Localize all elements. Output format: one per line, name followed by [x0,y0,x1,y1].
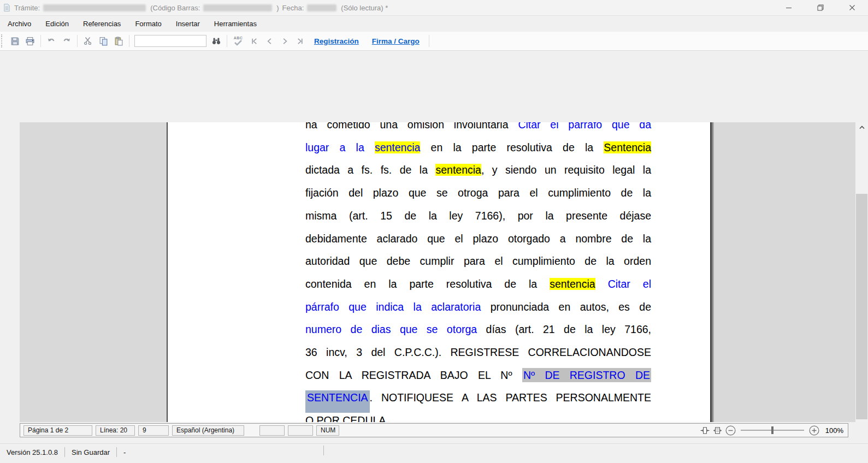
codigo-barras-label: (Código Barras: [150,4,200,12]
document-line: ha cometido una omisión involuntaria Cit… [305,122,651,136]
title-bar: Trámite: (Código Barras: ) Fecha: (Sólo … [0,0,868,16]
chevron-left-icon [265,37,274,45]
document-field-segment[interactable]: Citar el párrafo que da [518,122,651,130]
close-button[interactable] [836,0,868,15]
fit-page-button[interactable] [700,426,710,435]
menu-herramientas[interactable]: Herramientas [207,17,264,31]
window-controls [773,0,868,15]
zoom-slider[interactable] [741,426,804,434]
print-button[interactable] [22,33,38,49]
zoom-out-button[interactable] [725,425,736,436]
document-icon [3,3,11,12]
document-text-segment: ha cometido una omisión involuntaria [305,122,518,130]
find-input[interactable] [134,35,206,47]
menu-insertar[interactable]: Insertar [169,17,207,31]
document-line: O POR CEDULA [305,409,651,422]
document-line: 36 incv, 3 del C.P.C.C.). REGISTRESE COR… [305,341,651,364]
footer-separator [323,446,324,455]
toolbar-separator [40,35,41,47]
document-field-segment[interactable]: Citar el [608,278,651,290]
first-record-button[interactable] [246,33,262,49]
previous-record-button[interactable] [262,33,277,49]
readonly-label: (Sólo lectura) * [341,4,388,12]
document-field-segment[interactable]: Nº DE REGISTRO DE [522,368,651,382]
save-button[interactable] [7,33,22,49]
toolbar-separator [129,35,129,47]
document-line: párrafo que indica la aclaratoria pronun… [305,296,651,319]
document-text-segment: autoridad que debe cumplir para el cumpl… [305,255,651,267]
minimize-button[interactable] [773,0,805,15]
document-field-segment[interactable]: numero de dias que se otorga [305,323,477,335]
fit-page-icon [700,426,710,435]
document-field-segment[interactable]: párrafo que indica la aclaratoria [305,301,491,313]
find-button[interactable] [209,33,224,49]
status-language-label: Español (Argentina) [176,426,234,434]
document-field-segment[interactable]: lugar a la [305,141,375,153]
spellcheck-button[interactable]: ABC [230,33,246,49]
spellcheck-label: ABC [234,36,243,40]
menu-bar: Archivo Edición Referencias Formato Inse… [0,16,868,32]
document-text-segment: sentencia [435,164,481,176]
document-text-segment: . NOTIFIQUESE A LAS PARTES PERSONALMENTE [370,391,651,403]
toolbar-separator [227,35,227,47]
last-record-button[interactable] [292,33,308,49]
cut-button[interactable] [80,33,96,49]
scrollbar-up-arrow[interactable] [855,122,868,132]
menu-edicion[interactable]: Edición [38,17,76,31]
toolbar-separator [77,35,78,47]
document-text-segment: CON LA REGISTRADA BAJO EL Nº [305,369,522,381]
fit-width-button[interactable] [713,426,722,435]
menu-formato[interactable]: Formato [128,17,168,31]
document-field-segment[interactable]: sentencia [375,141,420,153]
codigo-barras-close: ) [276,4,279,12]
document-text-segment: , y siendo un requisito legal la [481,164,651,176]
copy-button[interactable] [96,33,111,49]
registracion-link[interactable]: Registración [314,37,359,45]
firma-cargo-link[interactable]: Firma / Cargo [372,37,420,45]
save-icon [10,37,20,46]
document-text-segment [595,278,608,290]
vertical-scrollbar[interactable] [855,122,868,422]
chevron-up-icon [859,126,865,129]
zoom-slider-handle[interactable] [771,426,773,434]
fit-width-icon [713,426,722,435]
document-line: numero de dias que se otorga días (art. … [305,318,651,341]
paste-button[interactable] [111,33,126,49]
document-line: autoridad que debe cumplir para el cumpl… [305,250,651,273]
status-column: 9 [138,425,169,436]
document-text-segment: pronunciada en autos, es de [491,301,651,313]
version-label: Versión 25.1.0.8 [0,448,64,456]
document-text-segment: misma (art. 15 de la ley 7166), por la p… [305,210,651,222]
toolbar-grip[interactable] [1,34,5,48]
next-record-button[interactable] [277,33,292,49]
undo-button[interactable] [44,33,59,49]
zoom-in-button[interactable] [809,425,819,436]
document-page[interactable]: ha cometido una omisión involuntaria Cit… [167,122,710,422]
document-line: lugar a la sentencia en la parte resolut… [305,136,651,159]
document-line: SENTENCIA. NOTIFIQUESE A LAS PARTES PERS… [305,387,651,409]
paste-icon [114,37,123,46]
fecha-value-redacted [307,4,336,11]
status-empty-box [259,425,285,436]
document-text-segment: en la parte resolutiva de la [420,141,604,153]
chevron-right-icon [281,37,289,45]
status-line: Línea: 20 [96,425,135,436]
binoculars-icon [211,37,221,45]
toolbar-separator [429,35,429,47]
menu-referencias[interactable]: Referencias [76,17,128,31]
status-line-label: Línea: 20 [100,426,127,434]
document-line: fijación del plazo que se otroga para el… [305,182,651,205]
restore-button[interactable] [805,0,836,15]
application-window: Trámite: (Código Barras: ) Fecha: (Sólo … [0,0,868,463]
document-text-segment: Sentencia [604,141,651,153]
redo-button[interactable] [59,33,74,49]
document-line: contenida en la parte resolutiva de la s… [305,273,651,296]
status-bar: Página 1 de 2 Línea: 20 9 Español (Argen… [20,423,848,437]
last-icon [296,37,304,45]
menu-archivo[interactable]: Archivo [1,17,38,31]
status-page-label: Página 1 de 2 [28,426,68,434]
toolbar: ABC Registración Firma / Cargo [0,32,868,51]
zoom-level-label: 100% [825,426,843,435]
scrollbar-thumb[interactable] [856,194,867,419]
document-text-segment: debidamente aclarado que el plazo otorga… [305,233,651,245]
